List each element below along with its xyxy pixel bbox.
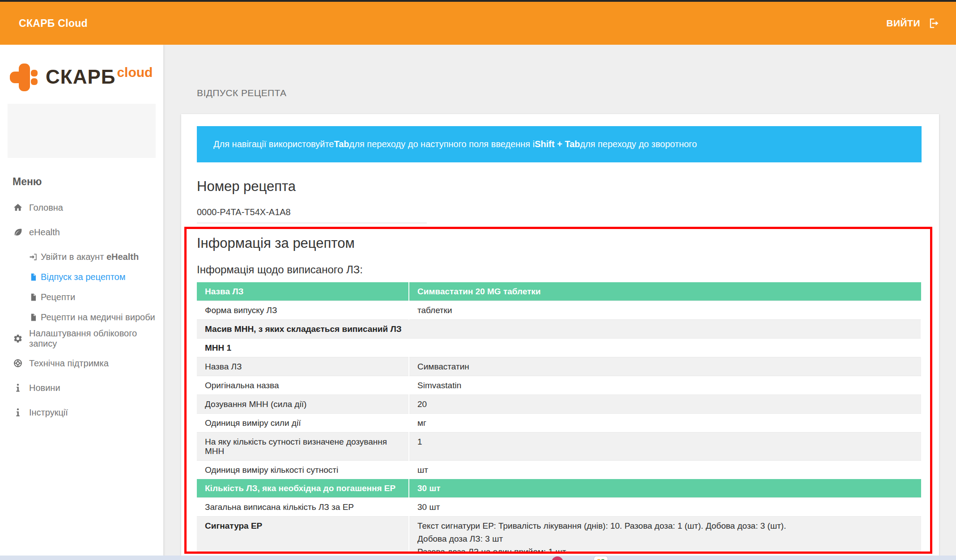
sidebar-item-label: Інструкції xyxy=(29,407,68,418)
prescribed-drug-subtitle: Інформація щодо виписаного ЛЗ: xyxy=(197,263,930,276)
sidebar-item-label: Головна xyxy=(29,203,63,213)
logout-button[interactable]: ВИЙТИ xyxy=(886,17,940,30)
banner-text-segment: Для навігації використовуйте xyxy=(213,139,334,149)
sign-out-icon xyxy=(927,17,940,30)
table-row: Кількість ЛЗ, яка необхідна до погашення… xyxy=(197,479,921,498)
table-row: Масив МНН, з яких складається виписаний … xyxy=(197,320,921,339)
table-row: Назва ЛЗСимвастатин xyxy=(197,357,921,376)
sidebar-placeholder-box xyxy=(8,104,156,158)
sidebar-item-налаштування-облікового-запису[interactable]: Налаштування облікового запису xyxy=(0,333,163,344)
sidebar-item-label: Новини xyxy=(29,383,60,393)
table-row: Назва ЛЗСимвастатин 20 MG таблетки xyxy=(197,282,921,301)
sidebar-item-технічна-підтримка[interactable]: Технічна підтримка xyxy=(0,358,163,369)
row-value-line: Добова доза ЛЗ: 3 шт xyxy=(417,534,913,543)
taskbar-app-icon[interactable] xyxy=(594,556,608,560)
gear-icon xyxy=(13,333,23,344)
row-label: Назва ЛЗ xyxy=(197,282,409,301)
table-row: Загальна виписана кількість ЛЗ за ЕР30 ш… xyxy=(197,498,921,517)
sidebar-item-label: Увійти в акаунт eHealth xyxy=(41,252,139,262)
row-label: Назва ЛЗ xyxy=(197,357,409,376)
sidebar-item-label: Рецепти xyxy=(41,292,75,302)
sidebar-item-рецепти-на-медичні-вироби[interactable]: Рецепти на медичні вироби xyxy=(0,312,163,322)
row-label: Сигнатура ЕР xyxy=(197,517,409,554)
row-label: Загальна виписана кількість ЛЗ за ЕР xyxy=(197,498,409,517)
banner-text-segment: для переходу до зворотного xyxy=(580,139,697,149)
row-value-line: Разова доза ЛЗ на один прийом: 1 шт xyxy=(417,547,913,554)
banner-text-segment: для переходу до наступного поля введення… xyxy=(349,139,535,149)
logout-label: ВИЙТИ xyxy=(886,18,920,29)
row-label: Одиниця виміру сили дії xyxy=(197,414,409,433)
logo-name: СКАРБ xyxy=(46,61,115,93)
row-label: Дозування МНН (сила дії) xyxy=(197,395,409,414)
table-row: Дозування МНН (сила дії)20 xyxy=(197,395,921,414)
row-value: 1 xyxy=(409,433,921,461)
screen-top-edge xyxy=(0,0,956,2)
menu-title: Меню xyxy=(13,176,42,188)
row-label: Форма випуску ЛЗ xyxy=(197,301,409,320)
info-icon xyxy=(13,382,23,393)
topbar: СКАРБ Cloud ВИЙТИ xyxy=(0,2,956,45)
sidebar-item-ehealth[interactable]: eHealth xyxy=(0,227,163,238)
sidebar-item-головна[interactable]: Головна xyxy=(0,202,163,213)
sidebar-item-відпуск-за-рецептом[interactable]: Відпуск за рецептом xyxy=(0,272,163,282)
table-row: МНН 1 xyxy=(197,339,921,357)
sidebar-item-label: eHealth xyxy=(29,227,60,238)
file-icon xyxy=(29,313,38,322)
taskbar-strip xyxy=(0,556,956,560)
sidebar-item-увійти-в-акаунт[interactable]: Увійти в акаунт eHealth xyxy=(0,251,163,262)
row-value: 30 шт xyxy=(409,498,921,517)
file-icon xyxy=(29,293,38,301)
life-ring-icon xyxy=(13,358,23,369)
row-value: таблетки xyxy=(409,301,921,320)
sidebar-item-label: Технічна підтримка xyxy=(29,358,109,369)
row-value: шт xyxy=(409,461,921,479)
row-label: Одиниця виміру кількості сутності xyxy=(197,461,409,479)
banner-text-segment: Shift + Tab xyxy=(535,139,580,149)
file-icon xyxy=(29,272,38,281)
row-label: МНН 1 xyxy=(197,339,921,357)
info-icon xyxy=(13,407,23,418)
sidebar-item-label: Рецепти на медичні вироби xyxy=(41,312,155,322)
taskbar-app-icon[interactable] xyxy=(552,556,563,560)
row-value: 30 шт xyxy=(409,479,921,498)
table-row: Оригінальна назваSimvastatin xyxy=(197,376,921,395)
sidebar-item-інструкції[interactable]: Інструкції xyxy=(0,407,163,418)
home-icon xyxy=(13,202,23,213)
recipe-info-title: Інформація за рецептом xyxy=(197,235,930,251)
row-label: Масив МНН, з яких складається виписаний … xyxy=(197,320,921,339)
table-row: Сигнатура ЕРТекст сигнатури ЕР: Триваліс… xyxy=(197,517,921,554)
recipe-number-input[interactable] xyxy=(197,205,427,223)
row-value-line: Текст сигнатури ЕР: Тривалість лікування… xyxy=(417,521,913,530)
app-brand: СКАРБ Cloud xyxy=(19,17,88,30)
sidebar-nav: ГоловнаeHealthУвійти в акаунт eHealthВід… xyxy=(0,202,163,432)
row-value: мг xyxy=(409,414,921,433)
sidebar-item-label: Відпуск за рецептом xyxy=(41,272,125,282)
sign-in-icon xyxy=(29,252,38,261)
recipe-number-title: Номер рецепта xyxy=(197,178,939,195)
row-value: Симвастатин xyxy=(409,357,921,376)
prescribed-drug-table: Назва ЛЗСимвастатин 20 MG таблеткиФорма … xyxy=(197,282,922,554)
sidebar-item-label: Налаштування облікового запису xyxy=(29,328,163,349)
sidebar-item-рецепти[interactable]: Рецепти xyxy=(0,292,163,302)
navigation-hint-banner: Для навігації використовуйте Tab для пер… xyxy=(197,126,922,162)
table-row: Форма випуску ЛЗтаблетки xyxy=(197,301,921,320)
leaf-icon xyxy=(13,227,23,238)
recipe-info-highlight-box: Інформація за рецептом Інформація щодо в… xyxy=(184,227,932,554)
row-value: Simvastatin xyxy=(409,376,921,395)
page-title: ВІДПУСК РЕЦЕПТА xyxy=(197,88,287,98)
app-logo: СКАРБ cloud xyxy=(8,61,153,93)
row-value: Текст сигнатури ЕР: Тривалість лікування… xyxy=(409,517,921,554)
row-label: Кількість ЛЗ, яка необхідна до погашення… xyxy=(197,479,409,498)
logo-suffix: cloud xyxy=(117,61,153,80)
row-value: 20 xyxy=(409,395,921,414)
row-label: Оригінальна назва xyxy=(197,376,409,395)
row-label: На яку кількість сутності визначене дозу… xyxy=(197,433,409,461)
table-row: Одиниця виміру сили діїмг xyxy=(197,414,921,433)
sidebar: СКАРБ cloud Меню ГоловнаeHealthУвійти в … xyxy=(0,45,163,560)
banner-text-segment: Tab xyxy=(334,139,349,149)
sidebar-item-новини[interactable]: Новини xyxy=(0,382,163,393)
table-row: На яку кількість сутності визначене дозу… xyxy=(197,433,921,461)
content-card: Для навігації використовуйте Tab для пер… xyxy=(181,114,939,560)
table-row: Одиниця виміру кількості сутностішт xyxy=(197,461,921,479)
row-value: Симвастатин 20 MG таблетки xyxy=(409,282,921,301)
